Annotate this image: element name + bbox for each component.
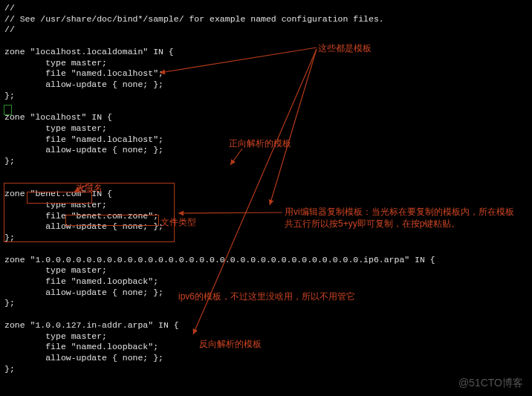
annotation-ipv6: ipv6的模板，不过这里没啥用，所以不用管它: [178, 291, 355, 303]
highlight-filename: [65, 215, 159, 226]
annotation-filetype: 文件类型: [160, 217, 196, 229]
annotation-top: 这些都是模板: [318, 43, 372, 55]
annotation-vi: 用vi编辑器复制模板：当光标在要复制的模板内，所在模板共五行所以按5+yy即可复…: [285, 207, 515, 230]
watermark: @51CTO博客: [458, 377, 523, 390]
annotation-domain: 改域名: [76, 183, 103, 195]
annotation-reverse: 反向解析的模板: [199, 339, 262, 351]
annotation-forward: 正向解析的模板: [229, 138, 291, 150]
cursor-box: [4, 105, 12, 115]
